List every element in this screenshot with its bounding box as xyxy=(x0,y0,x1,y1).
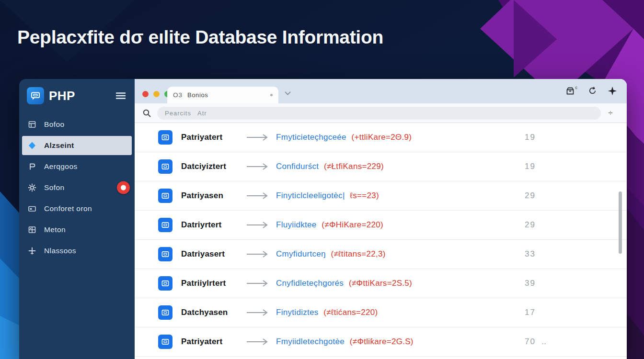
arrow-right-icon xyxy=(246,309,269,316)
record-count: 39 xyxy=(515,279,536,288)
record-count: 19 xyxy=(515,162,536,171)
record-flag-text: (+ttliKare=2Θ.9) xyxy=(352,133,412,142)
record-flag-text: (≠ΦttiKars=2S.5) xyxy=(349,279,412,288)
diamond-icon xyxy=(27,141,37,150)
minimize-window-button[interactable] xyxy=(153,91,160,97)
record-count: 70 xyxy=(515,337,536,347)
hamburger-menu-icon[interactable] xyxy=(115,92,126,100)
browser-pane: O3 Bonios c xyxy=(135,79,627,359)
record-more: ‥ xyxy=(536,337,554,346)
sidebar-item-nlassoos[interactable]: Nlassoos xyxy=(19,240,135,261)
record-icon xyxy=(158,189,172,203)
record-icon xyxy=(158,159,172,174)
sidebar-item-label: Nlassoos xyxy=(44,247,76,255)
record-flag-text: (≠ℓtitans=22,3) xyxy=(331,249,385,258)
sidebar-item-sofon[interactable]: Sofon xyxy=(19,177,135,198)
record-icon xyxy=(158,130,172,145)
record-link-text: Finyticlcleeligotèc| xyxy=(276,191,345,200)
sidebar-item-label: Conforet oron xyxy=(44,204,92,213)
record-count: 17 xyxy=(515,308,536,317)
arrow-right-icon xyxy=(246,280,269,287)
record-link-text: Cnyfidleteçhgorés xyxy=(276,279,344,288)
close-window-button[interactable] xyxy=(142,91,149,97)
gear-icon xyxy=(27,183,37,192)
record-flag-text: (≠ΦHiKare=220) xyxy=(322,220,383,229)
page-title: Peplacxfite dσ eılite Database Informati… xyxy=(17,27,383,48)
php-logo-icon xyxy=(27,87,44,104)
card-icon xyxy=(27,204,37,213)
browser-tab[interactable]: O3 Bonios xyxy=(167,87,278,103)
record-name: Patriyasen xyxy=(181,191,243,201)
record-name: Datriyrtert xyxy=(181,220,243,230)
record-name: Datchyasen xyxy=(181,308,243,317)
arrow-right-icon xyxy=(246,163,269,170)
sidebar-item-meton[interactable]: Meton xyxy=(19,219,135,240)
record-link-text: Cmyfidurtceŋ xyxy=(276,249,326,258)
records-table: Patriyatert Fmyticieteçhgceée (+ttliKare… xyxy=(135,123,627,359)
arrow-right-icon xyxy=(246,250,269,258)
record-link[interactable]: Cnyfidleteçhgorés (≠ΦttiKars=2S.5) xyxy=(276,279,412,288)
arrow-right-icon xyxy=(246,338,269,346)
record-icon xyxy=(158,247,172,261)
record-count: 33 xyxy=(515,249,536,259)
browser-chrome: O3 Bonios c xyxy=(135,79,627,103)
record-link[interactable]: Cmyfidurtceŋ (≠ℓtitans=22,3) xyxy=(276,249,386,259)
arrow-right-icon xyxy=(246,192,269,200)
record-link[interactable]: Finytidiztes (≠ℓtićans=220) xyxy=(276,308,378,317)
scrollbar-thumb[interactable] xyxy=(619,191,622,254)
record-link[interactable]: Fluyiidktee (≠ΦHiKare=220) xyxy=(276,220,383,230)
sidebar-item-label: Alzseint xyxy=(44,141,74,150)
record-badge xyxy=(117,181,130,194)
divide-icon[interactable]: ÷ xyxy=(601,108,620,118)
table-icon xyxy=(27,120,37,129)
sidebar-item-conforet[interactable]: Conforet oron xyxy=(19,198,135,219)
record-flag-text: (≠Φtliƙare=2G.S) xyxy=(350,337,414,346)
record-link[interactable]: Fmyiidletechgotèe (≠Φtliƙare=2G.S) xyxy=(276,337,414,347)
screenshot-stage: Peplacxfite dσ eılite Database Informati… xyxy=(0,0,644,359)
arrow-right-icon xyxy=(246,221,269,229)
sidebar: PHP Bofoo xyxy=(19,79,135,359)
refresh-icon[interactable] xyxy=(587,86,598,96)
record-link-text: Fluyiidktee xyxy=(276,220,317,229)
record-flag-text: ℓs==23) xyxy=(350,191,379,200)
sidebar-menu: Bofoo Alzseint A xyxy=(19,114,135,261)
plus-icon xyxy=(27,247,37,255)
record-count: 29 xyxy=(515,191,536,201)
php-logo-text: PHP xyxy=(49,89,75,103)
address-input[interactable]: Pearcits Atr xyxy=(157,107,601,120)
record-link-text: Finytidiztes xyxy=(276,308,319,317)
sidebar-item-aerqgoos[interactable]: Aerqgoos xyxy=(19,156,135,177)
table-row: Patriyasen Finyticlcleeligotèc| ℓs==23) … xyxy=(135,181,627,211)
table-row: Patriyatert Fmyticieteçhgceée (+ttliKare… xyxy=(135,123,627,152)
record-icon xyxy=(158,218,172,232)
tab-favicon: O3 xyxy=(173,91,183,99)
record-name: Datciyiztert xyxy=(181,162,243,171)
record-icon xyxy=(158,305,172,320)
record-flag-text: (≠ℓtićans=220) xyxy=(323,308,378,317)
search-icon xyxy=(142,109,151,118)
record-name: Patriyatert xyxy=(181,337,243,347)
record-link[interactable]: Fmyticieteçhgceée (+ttliKare=2Θ.9) xyxy=(276,133,412,142)
php-logo[interactable]: PHP xyxy=(27,87,75,104)
sidebar-item-label: Meton xyxy=(44,225,66,234)
table-row: Datriyasert Cmyfidurtceŋ (≠ℓtitans=22,3)… xyxy=(135,240,627,269)
star-icon[interactable] xyxy=(608,86,617,96)
tab-dot-icon xyxy=(270,94,273,96)
record-link[interactable]: Confidurśct (≠ŁtfiKans=229) xyxy=(276,162,384,171)
box-icon[interactable]: c xyxy=(565,86,578,96)
flag-icon xyxy=(27,162,37,171)
address-bar-row: Pearcits Atr ÷ xyxy=(135,103,627,123)
record-name: Patriyatert xyxy=(181,133,243,142)
sidebar-item-alzseint[interactable]: Alzseint xyxy=(22,136,132,155)
record-link-text: Fmyiidletechgotèe xyxy=(276,337,345,346)
sidebar-item-bofoo[interactable]: Bofoo xyxy=(19,114,135,135)
record-link[interactable]: Finyticlcleeligotèc| ℓs==23) xyxy=(276,191,379,201)
record-name: Datriyasert xyxy=(181,249,243,259)
table-row: Datriyrtert Fluyiidktee (≠ΦHiKare=220) 2… xyxy=(135,211,627,240)
chevron-down-icon[interactable] xyxy=(285,89,291,97)
arrow-right-icon xyxy=(246,134,269,141)
table-row: Patriyatert Fmyiidletechgotèe (≠Φtliƙare… xyxy=(135,327,627,357)
grid-icon xyxy=(27,225,37,234)
record-name: Patriiylrtert xyxy=(181,279,243,288)
record-count: 19 xyxy=(515,133,536,142)
